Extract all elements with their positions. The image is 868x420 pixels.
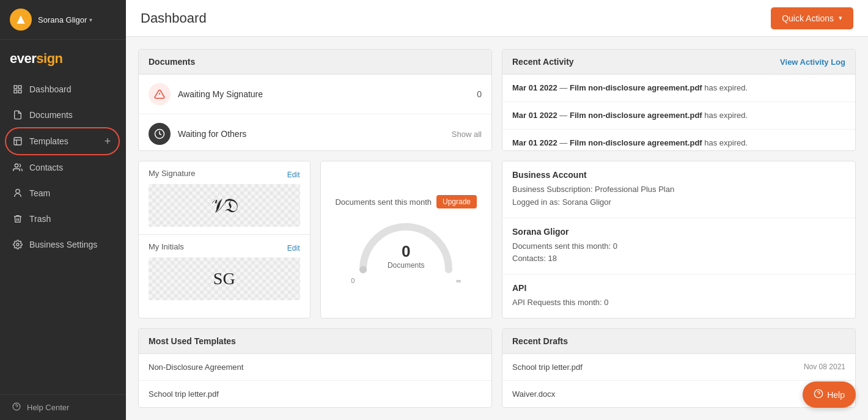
awaiting-signature-row[interactable]: Awaiting My Signature 0 [139,75,491,114]
waiting-for-others-row[interactable]: Waiting for Others Show all [139,114,491,151]
topbar: Dashboard Quick Actions ▾ [126,0,868,37]
activity-row: Mar 01 2022 — Film non-disclosure agreem… [502,130,855,151]
initials-preview: SG [149,257,300,300]
sidebar-nav: Dashboard Documents Templates + Contacts [0,72,126,394]
sidebar-item-contacts[interactable]: Contacts [0,155,126,180]
quick-actions-label: Quick Actions [782,13,834,23]
activity-row: Mar 01 2022 — Film non-disclosure agreem… [502,75,855,102]
draft-name: Waiver.docx [512,389,555,399]
signature-image: 𝒱𝔇 [210,194,238,217]
settings-icon [12,239,23,250]
team-icon [12,188,23,199]
list-item[interactable]: School trip letter.pdf Nov 08 2021 [502,354,855,381]
activity-card: Recent Activity View Activity Log Mar 01… [502,49,856,151]
template-name: Non-Disclosure Agreement [149,363,243,372]
trash-icon [12,213,23,224]
sidebar-item-label: Team [29,188,50,198]
sidebar-item-label: Templates [29,136,68,146]
user-info-text: Documents sent this month: 0Contacts: 18 [512,240,845,266]
view-activity-log-link[interactable]: View Activity Log [780,57,845,67]
sidebar: Sorana Gligor ▾ eversign Dashboard Docum… [0,0,126,420]
waiting-show-all[interactable]: Show all [452,130,482,139]
my-initials-label: My Initials [149,242,184,251]
gauge-title: Documents sent this month Upgrade [335,195,477,208]
gauge-title-text: Documents sent this month [335,197,432,207]
grid-icon [12,84,23,95]
my-signature-section: My Signature Edit 𝒱𝔇 [139,161,310,235]
sidebar-item-dashboard[interactable]: Dashboard [0,76,126,102]
business-account-text: Business Subscription: Professional Plus… [512,183,845,209]
upgrade-button[interactable]: Upgrade [436,195,477,208]
gauge-min: 0 [351,277,355,284]
gauge-max: ∞ [456,277,461,284]
documents-card: Documents Awaiting My Signature 0 Waitin… [138,49,492,151]
sidebar-brand: eversign [0,40,126,72]
list-item[interactable]: School trip letter.pdf [139,381,491,407]
warning-icon [149,83,171,105]
sidebar-item-trash[interactable]: Trash [0,206,126,232]
user-info-title: Sorana Gligor [512,227,845,237]
row2-left: My Signature Edit 𝒱𝔇 My Initials Edit SG [138,161,492,319]
user-info-section: Sorana Gligor Documents sent this month:… [502,218,855,275]
sidebar-footer: Help Center [0,394,126,420]
templates-card: Most Used Templates Non-Disclosure Agree… [138,328,492,408]
activity-card-header: Recent Activity View Activity Log [502,50,855,75]
templates-add-button[interactable]: + [101,135,114,147]
activity-header-label: Recent Activity [512,57,574,67]
main-content: Dashboard Quick Actions ▾ Documents Awai… [126,0,868,420]
file-icon [12,109,23,120]
initials-image: SG [213,269,235,289]
clock-icon [149,123,171,145]
svg-marker-0 [17,15,24,23]
help-icon [12,402,21,413]
sidebar-item-team[interactable]: Team [0,180,126,206]
chevron-down-icon: ▾ [89,17,92,23]
my-signature-label: My Signature [149,169,196,178]
svg-rect-1 [14,86,17,89]
help-center-link[interactable]: Help Center [12,402,114,413]
templates-card-header: Most Used Templates [139,329,491,354]
draft-name: School trip letter.pdf [512,363,583,372]
svg-point-9 [17,243,19,246]
waiting-label: Waiting for Others [178,129,444,139]
help-circle-icon [814,389,823,400]
help-label: Help [827,390,845,400]
quick-actions-button[interactable]: Quick Actions ▾ [771,7,853,29]
sidebar-item-documents[interactable]: Documents [0,102,126,128]
gauge-minmax: 0 ∞ [351,277,461,284]
gauge-card: Documents sent this month Upgrade 0 Docu… [320,161,493,319]
chevron-down-icon: ▾ [839,14,842,22]
awaiting-count: 0 [477,89,482,99]
help-center-label: Help Center [27,403,69,412]
sidebar-item-label: Business Settings [29,240,97,249]
sidebar-item-label: Contacts [29,163,63,172]
sidebar-header: Sorana Gligor ▾ [0,0,126,40]
sidebar-item-label: Trash [29,214,51,224]
svg-rect-3 [14,90,17,93]
gauge-value: 0 Documents [388,242,425,270]
gauge-number: 0 [388,242,425,261]
drafts-card-header: Recent Drafts [502,329,855,354]
layout-icon [12,136,23,147]
draft-date: Nov 08 2021 [804,363,845,372]
logo-icon [10,9,32,31]
api-text: API Requests this month: 0 [512,297,845,309]
business-account-title: Business Account [512,170,845,180]
edit-signature-link[interactable]: Edit [287,171,300,179]
sidebar-user[interactable]: Sorana Gligor ▾ [38,15,92,24]
signature-card: My Signature Edit 𝒱𝔇 My Initials Edit SG [138,161,311,319]
template-name: School trip letter.pdf [149,389,219,399]
help-button[interactable]: Help [803,381,856,408]
sidebar-item-templates[interactable]: Templates + [0,128,126,155]
page-title: Dashboard [141,10,207,26]
edit-initials-link[interactable]: Edit [287,244,300,252]
sidebar-item-business-settings[interactable]: Business Settings [0,232,126,257]
svg-rect-5 [14,138,21,145]
user-name: Sorana Gligor [38,15,87,24]
content-grid: Documents Awaiting My Signature 0 Waitin… [126,37,868,420]
sidebar-item-label: Dashboard [29,84,72,94]
list-item[interactable]: Non-Disclosure Agreement [139,354,491,381]
documents-card-header: Documents [139,50,491,75]
svg-rect-4 [18,90,21,93]
svg-rect-2 [18,86,21,89]
